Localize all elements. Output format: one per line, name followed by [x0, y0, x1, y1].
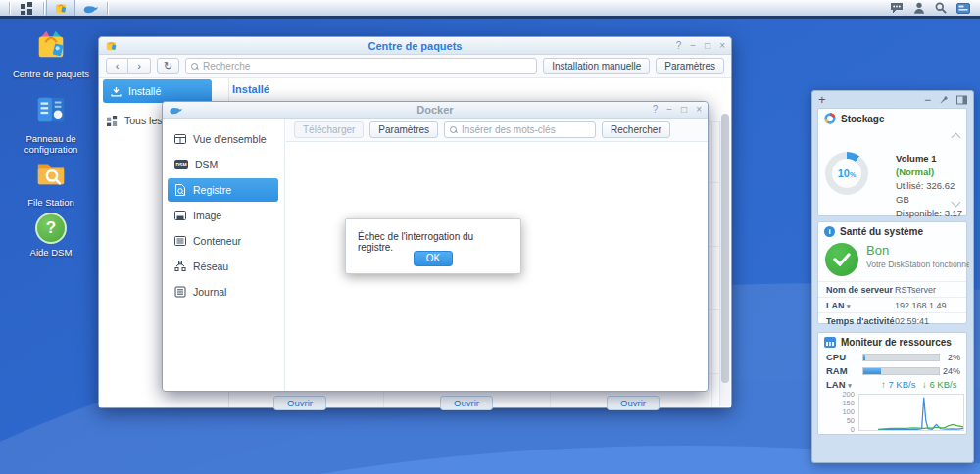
desktop-icon-label: Aide DSM [10, 247, 92, 258]
dsm-icon: DSM [174, 160, 188, 169]
maximize-button[interactable]: □ [681, 101, 687, 118]
close-button[interactable]: × [719, 37, 725, 55]
sidebar-item-label: Réseau [193, 261, 228, 272]
sidebar-item-registry[interactable]: Registre [168, 178, 278, 202]
sidebar-item-network[interactable]: Réseau [168, 255, 278, 278]
manual-install-button[interactable]: Installation manuelle [543, 58, 650, 74]
down-arrow-icon: ↓ [922, 379, 927, 390]
docker-whale-icon [169, 105, 182, 115]
cpu-bar-fill [863, 355, 865, 360]
sidebar-item-image[interactable]: Image [168, 204, 278, 227]
lan-chart-svg [859, 395, 963, 430]
package-search-box[interactable] [185, 58, 537, 74]
desktop-icon-dsm-help[interactable]: ? Aide DSM [10, 212, 92, 258]
sidebar-item-overview[interactable]: Vue d'ensemble [168, 127, 278, 151]
docker-settings-button[interactable]: Paramètres [369, 121, 438, 138]
widget-title: Santé du système [840, 226, 923, 237]
forward-button[interactable]: › [128, 58, 151, 74]
log-icon [174, 286, 186, 298]
sidebar-item-log[interactable]: Journal [168, 280, 278, 304]
chevron-up-icon[interactable] [952, 133, 961, 143]
grid-icon [107, 116, 118, 126]
docker-sidebar: Vue d'ensemble DSM DSM Registre [163, 118, 285, 391]
open-button[interactable]: Ouvrir [607, 396, 660, 410]
chevron-down-icon[interactable]: ▾ [848, 382, 852, 389]
ram-bar [862, 367, 940, 375]
widget-pane-toggle-icon[interactable] [956, 3, 970, 14]
main-menu-button[interactable] [12, 0, 41, 16]
maximize-button[interactable]: □ [705, 37, 710, 55]
package-search-input[interactable] [203, 61, 531, 71]
close-button[interactable]: × [696, 101, 702, 118]
widget-title: Stockage [841, 114, 884, 124]
lan-row: LAN ▾ ↑ 7 KB/s ↓ 6 KB/s [818, 379, 966, 390]
scrollbar-thumb[interactable] [721, 114, 729, 383]
collapse-panel-button[interactable]: − [924, 93, 931, 107]
health-table: Nom de serveur RSTserver LAN ▾ 192.168.1… [818, 281, 966, 328]
registry-search-input[interactable] [462, 124, 591, 135]
desktop-icon-control-panel[interactable]: Panneau de configuration [10, 93, 92, 155]
sidebar-item-container[interactable]: Conteneur [168, 229, 278, 253]
download-button[interactable]: Télécharger [294, 121, 364, 138]
package-settings-button[interactable]: Paramètres [656, 58, 724, 74]
desktop-icon-label: Centre de paquets [10, 69, 92, 79]
open-button[interactable]: Ouvrir [440, 396, 493, 410]
search-icon [450, 126, 458, 134]
sidebar-item-dsm[interactable]: DSM DSM [168, 153, 278, 176]
taskbar-docker-button[interactable] [75, 0, 105, 16]
desktop-icon-label: File Station [10, 197, 92, 208]
user-icon[interactable] [913, 2, 925, 14]
ok-button[interactable]: OK [414, 251, 453, 266]
sidebar-item-label: Conteneur [193, 235, 241, 247]
vertical-scrollbar[interactable] [719, 121, 730, 406]
container-icon [174, 235, 186, 247]
chevron-down-icon[interactable]: ▾ [847, 303, 851, 309]
minimize-button[interactable]: − [690, 37, 696, 55]
health-status: Bon [866, 243, 889, 258]
sidebar-item-label: DSM [195, 159, 218, 170]
storage-icon [824, 113, 836, 124]
registry-search-box[interactable] [444, 121, 596, 138]
package-center-icon [54, 1, 68, 15]
dock-panel-icon[interactable] [956, 95, 967, 105]
help-button[interactable]: ? [653, 101, 659, 118]
health-subtitle: Votre DiskStation fonctionne co... [866, 260, 969, 269]
notifications-icon[interactable] [890, 2, 904, 14]
dialog-message: Échec de l'interrogation du registre. [346, 219, 520, 253]
search-icon[interactable] [935, 2, 947, 14]
widget-panel-header: + − [812, 91, 973, 108]
table-row: LAN ▾ 192.168.1.49 [818, 297, 966, 312]
minimize-button[interactable]: − [666, 101, 672, 118]
taskbar-package-center-button[interactable] [46, 0, 75, 16]
registry-icon [174, 184, 186, 196]
open-button[interactable]: Ouvrir [273, 396, 326, 410]
refresh-button[interactable]: ↻ [157, 58, 179, 74]
sidebar-item-label: Vue d'ensemble [193, 133, 267, 145]
package-center-window-icon [105, 39, 118, 52]
docker-titlebar[interactable]: Docker ? − □ × [163, 102, 708, 118]
taskbar [0, 0, 980, 19]
desktop-icon-label: Panneau de configuration [10, 133, 92, 155]
control-panel-icon [34, 93, 68, 126]
add-widget-button[interactable]: + [818, 92, 826, 107]
desktop-icon-file-station[interactable]: File Station [10, 157, 92, 208]
lan-chart: 200 150 100 50 0 [818, 394, 964, 431]
storage-widget: Stockage 10% Volume 1 (Normal) Utilisé: … [817, 108, 967, 216]
help-button[interactable]: ? [676, 37, 682, 55]
search-button[interactable]: Rechercher [602, 121, 670, 138]
pin-icon[interactable] [939, 95, 949, 105]
back-button[interactable]: ‹ [106, 58, 128, 74]
registry-error-dialog: Échec de l'interrogation du registre. OK [345, 218, 521, 274]
main-menu-icon [21, 2, 33, 15]
lan-download: ↓ 6 KB/s [922, 379, 956, 390]
desktop-icon-package-center[interactable]: Centre de paquets [10, 28, 92, 79]
cpu-bar [862, 354, 940, 361]
download-icon [111, 86, 122, 97]
docker-toolbar: Télécharger Paramètres Rechercher [286, 118, 708, 142]
package-center-titlebar[interactable]: Centre de paquets ? − □ × [99, 37, 731, 55]
lan-upload: ↑ 7 KB/s [881, 379, 915, 390]
check-icon [833, 253, 851, 266]
sidebar-item-installed[interactable]: Installé [103, 79, 212, 103]
image-icon [174, 210, 186, 221]
volume-status: (Normal) [896, 166, 934, 177]
